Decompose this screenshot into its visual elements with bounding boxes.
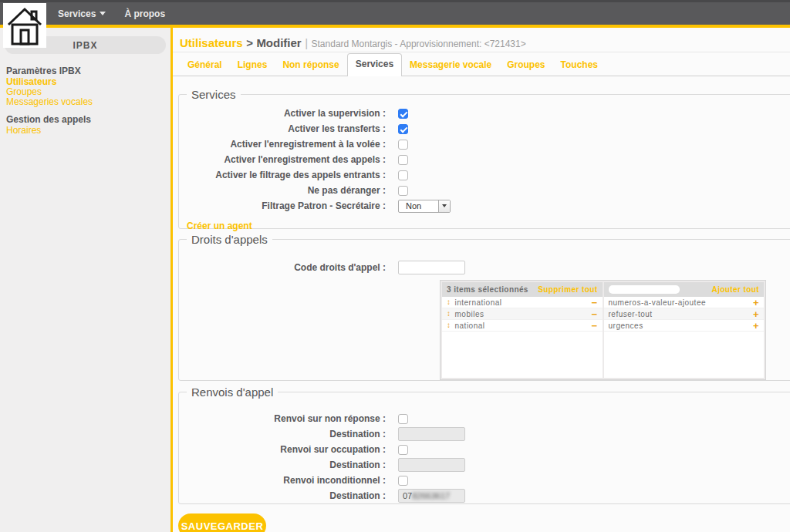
drag-handle-icon[interactable]: ↕ [447, 322, 451, 329]
sidebar-section-parametres: Paramètres IPBX Utilisateurs Groupes Mes… [0, 66, 170, 107]
remove-right-button[interactable]: − [591, 309, 597, 319]
form-row: Destination : [185, 457, 790, 473]
sidebar-heading-parametres: Paramètres IPBX [6, 66, 164, 76]
top-navigation-bar: Services À propos [0, 0, 790, 25]
renvois-appel-legend: Renvois d'appel [187, 386, 278, 399]
select-dropdown-button[interactable] [438, 200, 450, 212]
sidebar-item-horaires[interactable]: Horaires [6, 126, 164, 136]
ajouter-tout-button[interactable]: Ajouter tout [712, 285, 759, 294]
breadcrumb-page-title: Modifier [256, 36, 301, 49]
enregistrement-volee-label: Activer l'enregistrement à la volée : [185, 139, 386, 150]
form-row: Renvoi sur occupation : [185, 442, 790, 457]
services-legend: Services [187, 88, 241, 101]
nav-about[interactable]: À propos [124, 8, 165, 19]
right-name: refuser-tout [609, 310, 653, 318]
remove-right-button[interactable]: − [591, 321, 597, 331]
destination-occupation-input[interactable] [398, 458, 465, 472]
save-button[interactable]: SAUVEGARDER [178, 513, 266, 532]
form-row: Renvoi inconditionnel : [185, 473, 790, 488]
list-item[interactable]: ↕ international − [442, 297, 603, 308]
add-right-button[interactable]: + [753, 309, 759, 319]
supervision-label: Activer la supervision : [185, 108, 386, 119]
renvoi-non-reponse-label: Renvoi sur non réponse : [185, 413, 386, 424]
form-row: Activer le filtrage des appels entrants … [185, 167, 790, 183]
destination-inconditionnel-input[interactable]: 07 82663617 [398, 489, 465, 503]
list-item[interactable]: numeros-a-valeur-ajoutee + [604, 297, 765, 308]
list-item[interactable]: refuser-tout + [604, 308, 765, 320]
right-name: international [455, 298, 502, 307]
tab-messagerie-vocale[interactable]: Messagerie vocale [402, 55, 499, 76]
sidebar: IPBX Paramètres IPBX Utilisateurs Groupe… [0, 28, 170, 532]
right-name: urgences [609, 322, 643, 330]
tab-touches[interactable]: Touches [553, 55, 606, 76]
renvoi-inconditionnel-label: Renvoi inconditionnel : [185, 475, 386, 486]
selected-rights-panel: 3 items sélectionnés Supprimer tout ↕ in… [442, 282, 603, 378]
form-row: Destination : [185, 426, 790, 442]
transferts-checkbox[interactable] [398, 124, 408, 134]
available-rights-header: Ajouter tout [604, 282, 765, 297]
chevron-down-icon [442, 204, 447, 207]
home-logo[interactable] [3, 3, 46, 48]
tab-non-reponse[interactable]: Non réponse [275, 55, 346, 76]
breadcrumb: Utilisateurs > Modifier | Standard Monta… [173, 28, 790, 52]
right-name: mobiles [455, 310, 484, 318]
destination-label: Destination : [185, 490, 386, 501]
filtrage-patron-select[interactable]: Non [398, 200, 451, 213]
renvois-appel-section: Renvois d'appel Renvoi sur non réponse :… [178, 386, 790, 504]
filtrage-entrants-label: Activer le filtrage des appels entrants … [185, 170, 386, 180]
tab-services[interactable]: Services [347, 53, 402, 76]
droits-appels-legend: Droits d'appels [187, 233, 272, 246]
form-row: Activer la supervision : [185, 106, 790, 121]
renvoi-occupation-checkbox[interactable] [398, 445, 408, 455]
nav-services-menu[interactable]: Services [58, 8, 106, 19]
breadcrumb-utilisateurs-link[interactable]: Utilisateurs [180, 36, 243, 49]
filtrage-patron-label: Filtrage Patron - Secrétaire : [185, 200, 386, 211]
renvoi-inconditionnel-checkbox[interactable] [398, 476, 408, 486]
drag-handle-icon[interactable]: ↕ [447, 310, 451, 318]
filtrage-patron-value: Non [399, 201, 438, 210]
supprimer-tout-button[interactable]: Supprimer tout [538, 285, 597, 294]
droits-appels-section: Droits d'appels Code droits d'appel : 3 … [178, 233, 790, 381]
tab-groupes[interactable]: Groupes [499, 55, 552, 76]
ne-pas-deranger-checkbox[interactable] [398, 186, 408, 196]
enregistrement-volee-checkbox[interactable] [398, 140, 408, 150]
house-icon [6, 5, 43, 45]
tab-general[interactable]: Général [180, 55, 230, 76]
drag-handle-icon[interactable]: ↕ [447, 298, 451, 306]
list-item[interactable]: ↕ mobiles − [442, 308, 603, 320]
breadcrumb-subtitle: Standard Montargis - Approvisionnement: … [312, 39, 526, 49]
tab-lignes[interactable]: Lignes [230, 55, 275, 76]
add-right-button[interactable]: + [753, 321, 759, 331]
list-item[interactable]: urgences + [604, 320, 765, 332]
form-row: Code droits d'appel : [185, 260, 790, 275]
filtrage-entrants-checkbox[interactable] [398, 170, 408, 180]
tab-bar: Général Lignes Non réponse Services Mess… [173, 52, 790, 76]
phone-redacted-digits: 82663617 [412, 491, 450, 500]
remove-right-button[interactable]: − [591, 298, 597, 308]
form-row: Activer les transferts : [185, 121, 790, 136]
sidebar-item-messageries-vocales[interactable]: Messageries vocales [6, 97, 164, 107]
creer-agent-link[interactable]: Créer un agent [187, 221, 252, 231]
supervision-checkbox[interactable] [398, 109, 408, 119]
breadcrumb-divider: | [305, 36, 308, 49]
list-item[interactable]: ↕ national − [442, 320, 603, 332]
enregistrement-appels-checkbox[interactable] [398, 155, 408, 165]
destination-non-reponse-input[interactable] [398, 427, 465, 441]
code-droits-input[interactable] [398, 261, 465, 274]
rights-search-input[interactable] [609, 285, 680, 294]
main-content: Utilisateurs > Modifier | Standard Monta… [173, 28, 790, 532]
enregistrement-appels-label: Activer l'enregistrement des appels : [185, 154, 386, 165]
droits-dual-list: 3 items sélectionnés Supprimer tout ↕ in… [440, 280, 766, 380]
right-name: numeros-a-valeur-ajoutee [609, 298, 707, 307]
right-name: national [455, 322, 485, 330]
ne-pas-deranger-label: Ne pas déranger : [185, 185, 386, 196]
renvoi-non-reponse-checkbox[interactable] [398, 414, 408, 424]
destination-label: Destination : [185, 429, 386, 439]
add-right-button[interactable]: + [753, 298, 759, 308]
code-droits-label: Code droits d'appel : [185, 262, 386, 273]
form-row: Ne pas déranger : [185, 183, 790, 198]
form-row: Filtrage Patron - Secrétaire : Non [185, 198, 790, 214]
renvoi-occupation-label: Renvoi sur occupation : [185, 444, 386, 455]
sidebar-section-gestion: Gestion des appels Horaires [0, 115, 170, 136]
chevron-down-icon [100, 12, 106, 15]
